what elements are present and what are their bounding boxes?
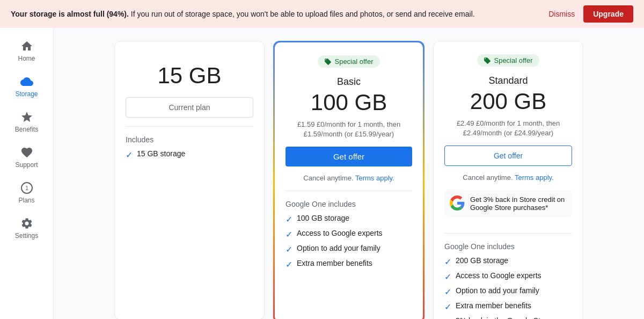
gear-icon [20,217,33,230]
basic-price-line1: £1.59 £0/month for 1 month, then [297,120,400,128]
check-icon: ✓ [444,257,451,267]
list-item: ✓ 100 GB storage [286,214,412,224]
standard-feature-list: ✓ 200 GB storage ✓ Access to Google expe… [444,256,572,319]
basic-get-offer-button[interactable]: Get offer [286,147,412,166]
sidebar-label-settings: Settings [15,232,38,240]
app-layout: Home Storage Benefits Support [0,28,644,319]
banner-text: Your storage is almost full (94%). If yo… [11,10,548,18]
plan-card-free: 15 GB Current plan Includes ✓ 15 GB stor… [114,41,265,319]
plan-card-basic-wrapper: Special offer Basic 100 GB £1.59 £0/mont… [273,41,425,319]
basic-divider [286,191,412,191]
check-icon: ✓ [444,317,451,319]
list-item: ✓ Option to add your family [444,286,572,297]
list-item: ✓ Access to Google experts [286,229,412,240]
standard-cancel-text: Cancel anytime. Terms apply. [444,173,572,182]
plan-card-standard: Special offer Standard 200 GB £2.49 £0/m… [433,41,583,319]
feature-text: 100 GB storage [297,214,349,222]
basic-plan-storage: 100 GB [286,90,412,115]
standard-price-line2: £2.49/month (or £24.99/year) [463,129,553,137]
sidebar-item-support[interactable]: Support [5,141,48,174]
list-item: ✓ Option to add your family [286,244,412,255]
basic-badge-label: Special offer [334,57,373,66]
feature-text: Access to Google experts [297,229,383,237]
basic-plan-price: £1.59 £0/month for 1 month, then £1.59/m… [286,120,412,139]
check-icon: ✓ [286,229,292,240]
standard-terms-link[interactable]: Terms apply. [515,173,554,182]
free-plan-storage: 15 GB [157,63,221,89]
home-icon [20,40,33,53]
feature-text: Option to add your family [456,286,539,295]
standard-plan-price: £2.49 £0/month for 1 month, then £2.49/m… [444,119,572,138]
sidebar-item-storage[interactable]: Storage [5,70,48,103]
sidebar-item-plans[interactable]: 1 Plans [5,176,48,209]
basic-terms-link[interactable]: Terms apply. [355,174,394,182]
sidebar-label-storage: Storage [15,90,38,98]
svg-text:1: 1 [25,185,28,191]
google-g-icon [450,195,465,211]
plans-icon: 1 [20,182,33,194]
standard-includes-label: Google One includes [444,242,572,251]
feature-text: Access to Google experts [456,271,541,280]
storage-banner: Your storage is almost full (94%). If yo… [0,0,644,28]
plan-card-basic: Special offer Basic 100 GB £1.59 £0/mont… [275,42,423,319]
standard-plan-name: Standard [444,75,572,86]
tag-icon [324,58,332,66]
cloud-icon [20,75,33,88]
standard-get-offer-button[interactable]: Get offer [444,146,572,166]
upgrade-button[interactable]: Upgrade [583,5,633,23]
star-icon [20,111,33,124]
banner-actions: Dismiss Upgrade [548,5,633,23]
basic-feature-list: ✓ 100 GB storage ✓ Access to Google expe… [286,214,412,270]
divider [126,126,253,127]
list-item: ✓ 3% back in the Google Store [444,316,572,319]
current-plan-button: Current plan [126,97,253,118]
check-icon: ✓ [444,302,451,312]
google-store-promo-text: Get 3% back in Store credit on Google St… [470,195,567,212]
feature-text: Extra member benefits [297,259,372,267]
check-icon: ✓ [286,214,292,224]
standard-price-line1: £2.49 £0/month for 1 month, then [457,119,560,127]
dismiss-button[interactable]: Dismiss [548,10,575,18]
sidebar-item-benefits[interactable]: Benefits [5,105,48,139]
free-storage-area: 15 GB [126,54,253,97]
list-item: ✓ Extra member benefits [286,259,412,270]
sidebar-label-benefits: Benefits [15,126,38,133]
main-content: 15 GB Current plan Includes ✓ 15 GB stor… [54,28,644,319]
list-item: ✓ Extra member benefits [444,301,572,312]
standard-plan-storage: 200 GB [444,89,572,114]
sidebar-item-settings[interactable]: Settings [5,212,48,245]
tag-icon [484,57,491,64]
check-icon: ✓ [444,287,451,297]
basic-price-line2: £1.59/month (or £15.99/year) [304,130,394,138]
feature-text: 200 GB storage [456,256,508,265]
feature-text: 15 GB storage [137,149,185,158]
feature-text: Option to add your family [297,244,380,252]
standard-special-offer-badge: Special offer [477,54,539,67]
banner-bold-text: Your storage is almost full (94%). [11,10,129,18]
list-item: ✓ Access to Google experts [444,271,572,282]
check-icon: ✓ [286,244,292,255]
standard-badge-label: Special offer [494,56,532,64]
basic-cancel-text: Cancel anytime. Terms apply. [286,174,412,182]
sidebar-item-home[interactable]: Home [5,34,48,68]
support-icon [20,146,33,159]
feature-text: 3% back in the Google Store [456,316,551,319]
standard-divider [444,233,572,234]
basic-special-offer-badge: Special offer [318,55,379,68]
list-item: ✓ 200 GB storage [444,256,572,267]
list-item: ✓ 15 GB storage [126,149,253,160]
free-feature-list: ✓ 15 GB storage [126,149,253,160]
free-includes-label: Includes [126,135,253,144]
standard-badge-area: Special offer [444,54,572,72]
feature-text: Extra member benefits [456,301,531,310]
sidebar: Home Storage Benefits Support [0,28,54,319]
check-icon: ✓ [286,259,292,270]
check-icon: ✓ [444,272,451,282]
check-icon: ✓ [126,150,133,160]
google-store-promo: Get 3% back in Store credit on Google St… [444,190,572,217]
basic-plan-name: Basic [286,76,412,88]
banner-regular-text: If you run out of storage space, you won… [131,10,475,18]
sidebar-label-plans: Plans [18,197,34,204]
sidebar-label-support: Support [15,161,38,169]
basic-includes-label: Google One includes [286,200,412,208]
